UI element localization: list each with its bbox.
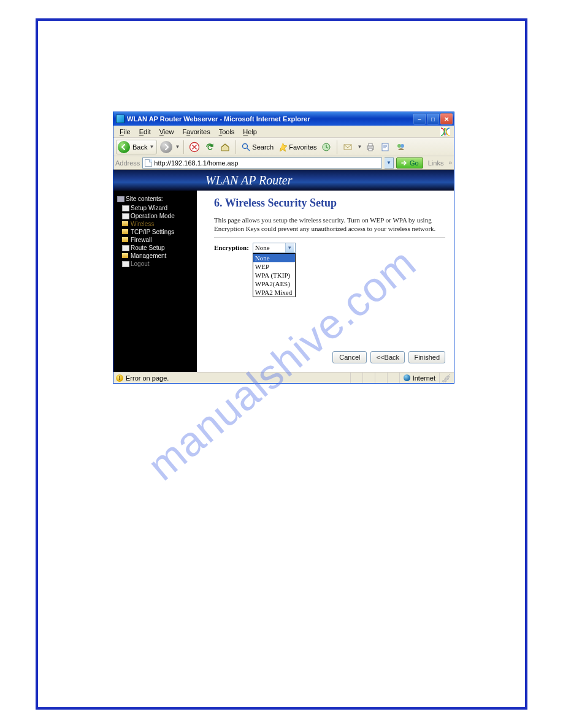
encryption-option[interactable]: WPA (TKIP) <box>253 271 295 279</box>
forward-button[interactable] <box>160 141 172 153</box>
ie-app-icon <box>116 115 124 123</box>
sidebar-item-setup-wizard[interactable]: Setup Wizard <box>116 204 194 212</box>
back-dropdown-icon[interactable]: ▼ <box>149 144 154 150</box>
mail-dropdown-icon[interactable]: ▼ <box>357 144 362 150</box>
mail-button[interactable] <box>341 140 354 154</box>
window-title-bar: WLAN AP Router Webserver - Microsoft Int… <box>113 112 454 126</box>
status-text: Error on page. <box>126 374 169 382</box>
encryption-options-list: NoneWEPWPA (TKIP)WPA2(AES)WPA2 Mixed <box>253 253 296 297</box>
status-cell-empty <box>387 373 399 383</box>
search-label: Search <box>252 143 274 151</box>
encryption-selected-value: None <box>255 244 270 251</box>
go-label: Go <box>410 159 419 167</box>
menu-tools[interactable]: Tools <box>215 127 239 137</box>
toolbar-separator <box>337 140 337 154</box>
encryption-select[interactable]: None <box>253 243 296 253</box>
forward-dropdown-icon[interactable]: ▼ <box>175 144 180 150</box>
page-description: This page allows you setup the wireless … <box>214 216 445 233</box>
encryption-option[interactable]: None <box>253 254 295 262</box>
close-button[interactable]: ✕ <box>440 113 453 124</box>
toolbar-separator <box>236 140 236 154</box>
browser-window: WLAN AP Router Webserver - Microsoft Int… <box>113 112 454 384</box>
ie-logo-icon <box>439 127 451 137</box>
back-arrow-icon <box>118 141 130 153</box>
globe-icon <box>404 374 410 381</box>
svg-rect-7 <box>369 148 372 151</box>
sidebar-header: Site contents: <box>116 194 194 204</box>
svg-point-2 <box>243 143 248 148</box>
svg-rect-0 <box>440 127 450 136</box>
status-cell-empty <box>362 373 375 383</box>
go-button[interactable]: Go <box>396 157 423 169</box>
status-cell-empty <box>350 373 362 383</box>
address-input[interactable]: http://192.168.1.1/home.asp <box>142 157 382 169</box>
menu-view[interactable]: View <box>156 127 178 137</box>
svg-point-10 <box>400 144 404 148</box>
encryption-option[interactable]: WPA2(AES) <box>253 279 295 288</box>
page-content: WLAN AP Router Site contents: Setup Wiza… <box>113 170 454 372</box>
history-button[interactable] <box>320 140 333 154</box>
links-chevron-icon[interactable]: » <box>448 159 452 166</box>
menu-edit[interactable]: Edit <box>136 127 155 137</box>
status-zone-label: Internet <box>413 374 435 382</box>
favorites-button[interactable]: Favorites <box>277 140 318 154</box>
address-dropdown-icon[interactable]: ▼ <box>385 157 394 169</box>
stop-button[interactable] <box>188 140 201 154</box>
menu-favorites[interactable]: Favorites <box>178 127 213 137</box>
address-label: Address <box>115 159 140 167</box>
menu-bar: File Edit View Favorites Tools Help <box>113 126 454 138</box>
address-url-text: http://192.168.1.1/home.asp <box>154 159 238 167</box>
cancel-button[interactable]: Cancel <box>332 351 367 363</box>
sidebar-item-operation-mode[interactable]: Operation Mode <box>116 212 194 220</box>
sidebar-item-tcp-ip-settings[interactable]: TCP/IP Settings <box>116 228 194 236</box>
sidebar-item-firewall[interactable]: Firewall <box>116 236 194 244</box>
menu-file[interactable]: File <box>116 127 134 137</box>
minimize-button[interactable]: – <box>413 113 426 124</box>
encryption-row: Encryption: None NoneWEPWPA (TKIP)WPA2(A… <box>214 243 445 253</box>
status-cell-empty <box>375 373 387 383</box>
page-heading: 6. Wireless Security Setup <box>214 197 445 210</box>
messenger-button[interactable] <box>394 140 408 154</box>
encryption-option[interactable]: WEP <box>253 262 295 271</box>
back-button[interactable]: Back ▼ <box>116 140 157 154</box>
toolbar-separator <box>183 140 184 154</box>
back-label: Back <box>132 143 147 151</box>
search-button[interactable]: Search <box>240 140 275 154</box>
warning-icon: ! <box>116 374 123 382</box>
links-label[interactable]: Links <box>426 159 446 167</box>
sidebar-item-logout[interactable]: Logout <box>116 260 194 268</box>
svg-rect-6 <box>369 143 372 146</box>
refresh-button[interactable] <box>203 140 216 154</box>
sidebar-item-route-setup[interactable]: Route Setup <box>116 244 194 252</box>
svg-rect-8 <box>382 143 388 151</box>
encryption-option[interactable]: WPA2 Mixed <box>253 288 295 297</box>
status-bar: ! Error on page. Internet <box>113 372 454 383</box>
go-arrow-icon <box>400 159 408 167</box>
edit-button[interactable] <box>379 140 393 154</box>
menu-help[interactable]: Help <box>239 127 261 137</box>
banner: WLAN AP Router <box>113 170 454 191</box>
back-wizard-button[interactable]: <<Back <box>370 351 405 363</box>
home-button[interactable] <box>218 140 232 154</box>
address-bar: Address http://192.168.1.1/home.asp ▼ Go… <box>113 156 454 170</box>
toolbar: Back ▼ ▼ Search Fa <box>113 138 454 156</box>
finished-button[interactable]: Finished <box>408 351 445 363</box>
sidebar-item-wireless[interactable]: Wireless <box>116 220 194 228</box>
page-icon <box>145 159 152 167</box>
divider <box>214 237 445 238</box>
main-panel: 6. Wireless Security Setup This page all… <box>197 191 454 372</box>
encryption-label: Encryption: <box>214 243 249 251</box>
banner-title: WLAN AP Router <box>205 173 292 188</box>
maximize-button[interactable]: □ <box>427 113 439 124</box>
wizard-buttons: Cancel <<Back Finished <box>332 351 445 363</box>
sidebar: Site contents: Setup WizardOperation Mod… <box>113 191 197 372</box>
sidebar-item-management[interactable]: Management <box>116 252 194 260</box>
document-page-frame: WLAN AP Router Webserver - Microsoft Int… <box>36 18 527 710</box>
window-title: WLAN AP Router Webserver - Microsoft Int… <box>127 115 413 123</box>
favorites-label: Favorites <box>289 143 316 151</box>
status-zone: Internet <box>399 373 439 383</box>
print-button[interactable] <box>364 140 377 154</box>
resize-grip[interactable] <box>439 373 451 383</box>
